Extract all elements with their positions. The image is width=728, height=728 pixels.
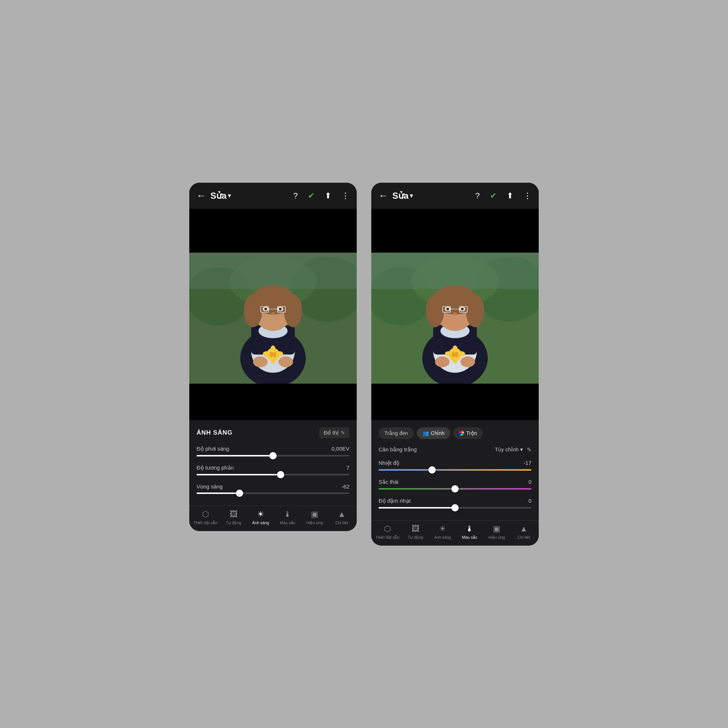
doth-button[interactable]: Đồ thị ✎	[319, 427, 349, 438]
photo-area-left	[189, 252, 357, 384]
track-sac-thai[interactable]	[379, 488, 531, 489]
tab-tron-label: Trộn	[466, 430, 477, 436]
wb-value[interactable]: Tùy chỉnh ▾	[495, 446, 523, 453]
more-icon-left[interactable]: ⋮	[341, 191, 349, 200]
nav-chi-tiet-left[interactable]: ▲ Chi tiết	[331, 509, 353, 525]
detail-icon-right: ▲	[520, 524, 528, 534]
auto-icon-left: 🖼	[230, 509, 238, 519]
thumb-vung-sang[interactable]	[236, 489, 243, 497]
back-button-right[interactable]: ←	[379, 190, 388, 201]
people-icon: 👥	[423, 430, 429, 436]
wb-pencil-icon[interactable]: ✎	[527, 446, 531, 453]
title-dropdown-right[interactable]: ▾	[410, 192, 413, 199]
value-do-dam-nhat: 0	[529, 498, 531, 504]
track-nhiet-do[interactable]	[379, 469, 531, 471]
check-icon-right[interactable]: ✔	[490, 191, 497, 200]
tab-chinh-label: Chỉnh	[431, 430, 444, 436]
svg-rect-33	[371, 252, 539, 289]
edit-icon-doth: ✎	[341, 430, 345, 436]
track-do-tuong-phan[interactable]	[197, 474, 349, 476]
wb-label: Cân bằng trắng	[379, 446, 417, 453]
nav-mau-sac-right[interactable]: 🌡 Màu sắc	[459, 524, 480, 540]
value-do-tuong-phan: 7	[347, 465, 349, 471]
app-title-left: Sửa ▾	[210, 191, 231, 201]
fill-do-phoi-sang	[197, 455, 273, 456]
tab-tron[interactable]: Trộn	[453, 427, 483, 439]
thumb-do-phoi-sang[interactable]	[269, 452, 277, 459]
track-do-phoi-sang[interactable]	[197, 455, 349, 456]
top-bar-left: ← Sửa ▾ ? ✔ ⬆ ⋮	[189, 183, 357, 209]
label-sac-thai: Sắc thái	[379, 479, 399, 485]
tab-chinh[interactable]: 👥 Chỉnh	[417, 427, 450, 439]
color-label-right: Màu sắc	[462, 535, 477, 540]
help-icon-right[interactable]: ?	[476, 191, 480, 200]
phone-right: ← Sửa ▾ ? ✔ ⬆ ⋮	[371, 183, 539, 546]
nav-mau-sac-left[interactable]: 🌡 Màu sắc	[277, 509, 298, 525]
light-label-right: Ánh sáng	[434, 535, 451, 540]
slider-do-tuong-phan: Độ tương phản 7	[197, 465, 349, 476]
effect-label-left: Hiệu ứng	[306, 520, 323, 525]
svg-point-45	[461, 307, 464, 310]
value-do-phoi-sang: 0,00EV	[332, 445, 349, 452]
thumb-nhiet-do[interactable]	[428, 466, 436, 474]
light-icon-left: ☀	[257, 509, 264, 519]
track-do-dam-nhat[interactable]	[379, 507, 531, 509]
svg-point-16	[279, 307, 282, 310]
color-icon-right: 🌡	[466, 524, 474, 534]
preset-icon-left: ⬡	[202, 509, 209, 519]
nav-anh-sang-right[interactable]: ☀ Ánh sáng	[432, 524, 454, 540]
nav-anh-sang-left[interactable]: ☀ Ánh sáng	[250, 509, 272, 525]
nav-thiet-dat-san-right[interactable]: ⬡ Thiết đặt sẵn	[375, 524, 399, 540]
track-vung-sang[interactable]	[197, 492, 349, 494]
panel-anh-sang: ÁNH SÁNG Đồ thị ✎ Độ phơi sáng 0,00EV	[189, 420, 357, 506]
svg-point-22	[278, 356, 293, 367]
thumb-sac-thai[interactable]	[451, 485, 459, 492]
tab-trang-den[interactable]: Trắng đen	[379, 427, 414, 439]
value-sac-thai: 0	[529, 479, 531, 485]
value-nhiet-do: -17	[523, 460, 531, 466]
svg-point-57	[453, 356, 457, 364]
bottom-nav-left: ⬡ Thiết đặt sẵn 🖼 Tự động ☀ Ánh sáng 🌡 M…	[189, 506, 357, 531]
nav-hieu-ung-right[interactable]: ▣ Hiệu ứng	[486, 524, 508, 540]
thumb-do-tuong-phan[interactable]	[277, 471, 284, 478]
svg-point-15	[264, 307, 267, 310]
wb-controls: Tùy chỉnh ▾ ✎	[495, 446, 531, 453]
nav-thiet-dat-san-left[interactable]: ⬡ Thiết đặt sẵn	[193, 509, 217, 525]
svg-point-26	[276, 351, 283, 356]
nav-hieu-ung-left[interactable]: ▣ Hiệu ứng	[304, 509, 326, 525]
preset-label-right: Thiết đặt sẵn	[375, 535, 399, 540]
color-label-left: Màu sắc	[280, 520, 295, 525]
photo-area-right	[371, 252, 539, 384]
svg-point-55	[458, 351, 465, 356]
effect-icon-right: ▣	[493, 524, 500, 534]
share-icon-right[interactable]: ⬆	[507, 191, 513, 200]
panel-title-left: ÁNH SÁNG	[197, 429, 232, 436]
more-icon-right[interactable]: ⋮	[523, 191, 531, 200]
back-button-left[interactable]: ←	[197, 190, 206, 201]
auto-label-right: Tự động	[408, 535, 423, 540]
bottom-nav-right: ⬡ Thiết đặt sẵn 🖼 Tự động ☀ Ánh sáng 🌡 M…	[371, 520, 539, 546]
photo-left	[189, 252, 357, 384]
panel-mau-sac: Trắng đen 👥 Chỉnh Trộn Cân bằng trắng Tù…	[371, 420, 539, 520]
title-dropdown-left[interactable]: ▾	[228, 192, 231, 199]
svg-rect-4	[189, 252, 357, 289]
value-vung-sang: -62	[341, 483, 349, 489]
effect-label-right: Hiệu ứng	[488, 535, 505, 540]
auto-label-left: Tự động	[226, 520, 241, 525]
svg-point-20	[271, 312, 275, 315]
share-icon-left[interactable]: ⬆	[325, 191, 331, 200]
preset-label-left: Thiết đặt sẵn	[193, 520, 217, 525]
nav-tu-dong-left[interactable]: 🖼 Tự động	[223, 509, 245, 525]
black-top-left	[189, 209, 357, 252]
label-nhiet-do: Nhiệt độ	[379, 460, 399, 466]
check-icon-left[interactable]: ✔	[308, 191, 315, 200]
nav-chi-tiet-right[interactable]: ▲ Chi tiết	[513, 524, 535, 540]
help-icon-left[interactable]: ?	[294, 191, 298, 200]
svg-point-50	[435, 356, 450, 367]
nav-tu-dong-right[interactable]: 🖼 Tự động	[405, 524, 427, 540]
svg-point-49	[453, 312, 457, 315]
thumb-do-dam-nhat[interactable]	[451, 504, 459, 511]
auto-icon-right: 🖼	[412, 524, 420, 534]
svg-point-12	[284, 294, 302, 327]
light-icon-right: ☀	[439, 524, 446, 534]
